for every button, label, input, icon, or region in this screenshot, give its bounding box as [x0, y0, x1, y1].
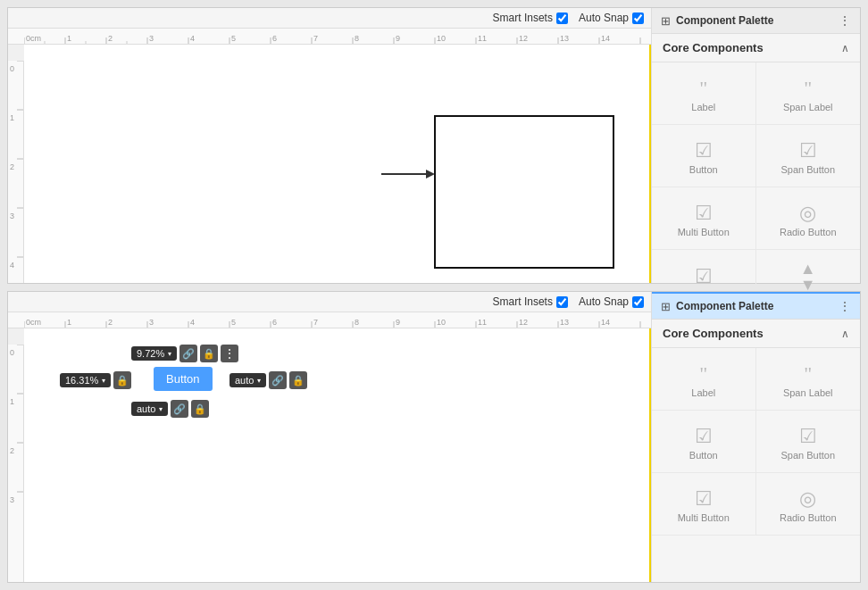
label-icon: ": [699, 79, 707, 98]
ruler-horizontal-top: 0cm 1 2 3 4 5 6 7 8 9: [8, 29, 651, 45]
svg-text:4: 4: [10, 261, 14, 270]
top-components-grid: " Label " Span Label ☑ Button ☑ Span But…: [652, 62, 860, 315]
component-palette-icon-bottom: ⊞: [661, 300, 671, 313]
svg-text:13: 13: [560, 318, 569, 327]
svg-text:5: 5: [231, 318, 236, 327]
top-sidebar: ⊞ Component Palette ⋮ Core Components ∧ …: [651, 8, 860, 283]
canvas-wrap-bottom: 0 1 2 3 9.72% ▾ 🔗: [8, 328, 651, 582]
svg-marker-45: [426, 170, 435, 179]
svg-text:12: 12: [519, 34, 528, 43]
control-row3: auto ▾ 🔗 🔒: [131, 400, 209, 418]
svg-text:0cm: 0cm: [26, 318, 41, 327]
percent-dropdown-row1[interactable]: 9.72% ▾: [131, 346, 177, 361]
bottom-toolbar: Smart Insets Auto Snap: [8, 292, 651, 312]
component-label-bottom[interactable]: " Label: [652, 348, 756, 411]
section-chevron-top[interactable]: ∧: [841, 42, 849, 54]
svg-text:2: 2: [108, 34, 113, 43]
auto-dropdown-row2[interactable]: auto ▾: [230, 373, 266, 387]
svg-text:14: 14: [601, 318, 610, 327]
sidebar-more-icon-top[interactable]: ⋮: [839, 13, 851, 28]
link-btn-row1[interactable]: 🔗: [179, 345, 197, 362]
component-multi-button[interactable]: ☑ Multi Button: [652, 187, 756, 250]
percent-dropdown-row2[interactable]: 16.31% ▾: [60, 373, 111, 387]
link-btn-row2-right[interactable]: 🔗: [269, 371, 287, 389]
svg-text:3: 3: [10, 212, 14, 220]
smart-insets-checkbox[interactable]: [556, 12, 568, 24]
label-icon-bottom: ": [699, 364, 707, 384]
svg-text:7: 7: [313, 318, 318, 327]
bottom-section-header: Core Components ∧: [652, 320, 860, 348]
span-label-text: Span Label: [783, 102, 833, 112]
label-text: Label: [691, 102, 715, 112]
svg-text:2: 2: [10, 446, 14, 455]
svg-text:0: 0: [10, 64, 14, 73]
span-button-icon: ☑: [799, 141, 817, 161]
more-btn-row1[interactable]: ⋮: [221, 345, 238, 362]
radio-button-icon-bottom: ◎: [799, 489, 816, 509]
lock-btn-row1[interactable]: 🔒: [200, 345, 218, 362]
component-radio-button[interactable]: ◎ Radio Button: [756, 187, 861, 250]
lock-btn-row2-right[interactable]: 🔒: [289, 371, 307, 389]
bottom-sidebar-header: ⊞ Component Palette ⋮: [652, 292, 860, 320]
auto-snap-checkbox-bottom[interactable]: [632, 296, 644, 308]
auto-dropdown-row3[interactable]: auto ▾: [131, 402, 168, 416]
svg-text:4: 4: [190, 34, 195, 43]
lock-btn-row3[interactable]: 🔒: [191, 400, 209, 418]
lock-btn-row2[interactable]: 🔒: [113, 371, 131, 389]
top-canvas: Smart Insets Auto Snap 0cm 1 2 3: [8, 8, 651, 283]
svg-text:1: 1: [67, 34, 71, 43]
smart-insets-checkbox-bottom[interactable]: [556, 296, 568, 308]
dropdown-arrow-row2-right: ▾: [257, 377, 261, 385]
component-palette-icon: ⊞: [661, 14, 671, 28]
component-label[interactable]: " Label: [652, 62, 756, 125]
button-text: Button: [689, 164, 718, 175]
selected-button[interactable]: Button: [154, 367, 213, 391]
svg-text:6: 6: [272, 318, 277, 327]
canvas-content-top: [24, 45, 651, 283]
svg-text:8: 8: [355, 318, 359, 327]
label-text-bottom: Label: [691, 387, 715, 398]
ruler-horizontal-bottom: 0cm 1 2 3 4 5 6 7 8 9: [8, 312, 651, 328]
svg-text:12: 12: [519, 318, 528, 327]
svg-text:8: 8: [355, 34, 359, 43]
section-title-top: Core Components: [663, 41, 764, 54]
component-radio-button-bottom[interactable]: ◎ Radio Button: [756, 473, 861, 536]
svg-text:7: 7: [313, 34, 318, 43]
top-sidebar-header: ⊞ Component Palette ⋮: [652, 8, 860, 34]
span-button-text-bottom: Span Button: [780, 450, 835, 461]
smart-insets-label[interactable]: Smart Insets: [493, 12, 568, 24]
component-span-button-bottom[interactable]: ☑ Span Button: [756, 411, 861, 473]
auto-snap-label-bottom[interactable]: Auto Snap: [579, 295, 644, 308]
svg-text:13: 13: [560, 34, 569, 43]
component-span-label[interactable]: " Span Label: [756, 62, 861, 125]
button-text-bottom: Button: [689, 450, 718, 461]
auto-snap-checkbox[interactable]: [632, 12, 644, 24]
section-chevron-bottom[interactable]: ∧: [841, 328, 849, 340]
control-row2-left: 16.31% ▾ 🔒: [60, 371, 131, 389]
span-label-icon: ": [804, 79, 812, 98]
svg-text:0cm: 0cm: [26, 34, 41, 43]
top-section-header: Core Components ∧: [652, 34, 860, 62]
component-span-label-bottom[interactable]: " Span Label: [756, 348, 861, 411]
svg-text:6: 6: [272, 34, 277, 43]
smart-insets-label-bottom[interactable]: Smart Insets: [493, 295, 568, 308]
component-multi-button-bottom[interactable]: ☑ Multi Button: [652, 473, 756, 536]
auto-snap-label[interactable]: Auto Snap: [579, 12, 644, 24]
svg-text:9: 9: [396, 318, 400, 327]
radio-button-text: Radio Button: [780, 227, 837, 237]
svg-text:2: 2: [10, 162, 14, 171]
component-button-bottom[interactable]: ☑ Button: [652, 411, 756, 473]
svg-text:2: 2: [108, 318, 113, 327]
sidebar-more-icon-bottom[interactable]: ⋮: [839, 299, 851, 313]
component-button[interactable]: ☑ Button: [652, 125, 756, 187]
link-btn-row3[interactable]: 🔗: [171, 400, 188, 418]
svg-text:1: 1: [67, 318, 71, 327]
svg-text:4: 4: [190, 318, 195, 327]
svg-text:11: 11: [478, 318, 487, 327]
ruler-vertical-top: 0 1 2 3 4: [8, 61, 24, 283]
sidebar-title-top: Component Palette: [676, 14, 833, 27]
component-span-button[interactable]: ☑ Span Button: [756, 125, 861, 187]
svg-text:1: 1: [10, 113, 14, 122]
multi-button-icon: ☑: [695, 204, 713, 223]
bottom-canvas: Smart Insets Auto Snap 0cm 1 2 3 4: [8, 292, 651, 582]
